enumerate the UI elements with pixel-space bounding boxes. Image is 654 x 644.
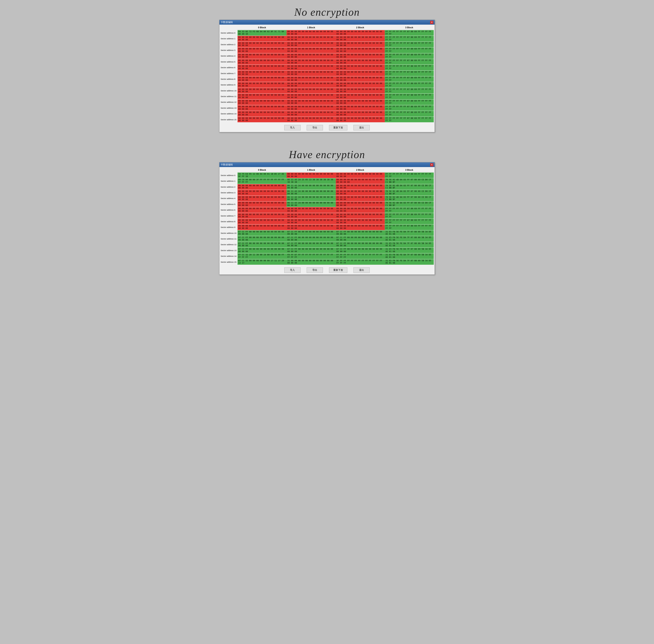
data-cell[interactable]: 00 00 00 00 00 00 00 00 00 00 00 00 00 0… xyxy=(336,225,385,230)
data-cell[interactable]: 00 00 00 00 00 00 00 00 00 00 00 00 00 0… xyxy=(238,42,287,47)
data-cell[interactable]: 00 00 00 00 00 00 00 00 00 00 00 00 00 0… xyxy=(238,184,287,190)
data-cell[interactable]: 00 00 00 00 00 00 00 00 00 00 00 00 00 0… xyxy=(336,30,385,36)
data-cell[interactable]: FF FF FF FF FF FF 07 80 69 FF FF FF FF F… xyxy=(385,172,434,178)
data-cell[interactable]: 00 00 00 00 00 00 00 00 00 00 00 00 00 0… xyxy=(238,82,287,88)
data-cell[interactable]: DA 33 6E 72 F5 08 04 00 02 8F 5C 71 BA 8… xyxy=(238,30,287,36)
data-cell[interactable]: 00 00 00 00 00 00 00 00 00 00 00 00 00 0… xyxy=(238,88,287,93)
data-cell[interactable]: 06 11 43 24 00 00 00 00 00 00 00 00 00 0… xyxy=(287,202,336,207)
data-cell[interactable]: 00 00 00 00 00 00 00 00 00 00 00 00 00 0… xyxy=(287,36,336,41)
data-cell[interactable]: 00 00 00 00 00 00 00 00 00 00 00 00 00 0… xyxy=(238,213,287,218)
data-cell[interactable]: 00 00 00 00 00 00 00 00 00 00 00 00 00 0… xyxy=(336,219,385,224)
data-cell[interactable]: FF FF FF FF FF FF 07 80 69 FF FF FF FF F… xyxy=(385,207,434,213)
data-cell[interactable]: FF FF FF FF FF FF 07 80 69 FF FF FF FF F… xyxy=(385,219,434,224)
data-cell[interactable]: 00 00 00 00 00 00 00 00 00 00 00 00 00 0… xyxy=(336,172,385,178)
data-cell[interactable]: 00 00 00 00 00 00 00 00 00 00 00 00 00 0… xyxy=(336,105,385,111)
resend-button-enc[interactable]: 重新下发 xyxy=(329,267,347,273)
data-cell[interactable]: FF FF FF FF FF FF 07 80 69 FF FF FF FF F… xyxy=(385,105,434,111)
data-cell[interactable]: 00 00 00 00 00 00 00 00 00 00 00 00 00 0… xyxy=(287,111,336,116)
data-cell[interactable]: 00 00 00 00 00 00 00 00 00 00 00 00 00 0… xyxy=(287,42,336,47)
data-cell[interactable]: FF FF FF FF FF FF 07 80 69 FF FF FF FF F… xyxy=(385,53,434,59)
data-cell[interactable]: 00 00 00 00 00 00 00 00 00 00 00 00 00 0… xyxy=(238,105,287,111)
data-cell[interactable]: FF FF FF FF FF FF 07 80 69 FF FF FF FF F… xyxy=(385,225,434,230)
data-cell[interactable]: 00 00 00 00 00 00 00 00 00 00 00 00 00 0… xyxy=(336,190,385,196)
import-button-enc[interactable]: 导入 xyxy=(284,267,300,273)
data-cell[interactable]: 00 00 00 00 00 00 00 00 00 00 00 00 00 0… xyxy=(238,65,287,70)
data-cell[interactable]: 00 00 00 00 00 00 00 00 00 00 00 00 00 0… xyxy=(287,213,336,218)
close-button-no-enc[interactable]: ✕ xyxy=(430,21,433,24)
data-cell[interactable]: 16 75 E4 95 12 08 04 00 01 1B B5 27 AE 9… xyxy=(238,172,287,178)
data-cell[interactable]: 00 00 00 00 00 00 00 00 00 00 00 00 00 0… xyxy=(238,99,287,105)
data-cell[interactable]: 00 00 00 00 00 00 00 00 00 00 00 00 00 0… xyxy=(287,172,336,178)
data-cell[interactable]: 31 E5 F8 5E FE DA 7F 07 88 69 5B 34 D5 A… xyxy=(385,253,434,259)
data-cell[interactable]: 07 CC FF 00 00 00 00 00 00 00 00 00 00 0… xyxy=(238,236,287,242)
data-cell[interactable]: 07 CC FF 00 00 00 00 00 00 00 00 00 00 0… xyxy=(336,242,385,248)
data-cell[interactable]: FD FF 87 FF FF FF FF FF FF FF FF FF FF F… xyxy=(287,253,336,259)
data-cell[interactable]: 00 00 00 00 00 00 00 00 00 00 00 00 00 0… xyxy=(287,94,336,99)
data-cell[interactable]: 00 00 00 00 00 00 00 00 00 00 00 00 00 0… xyxy=(336,65,385,70)
data-cell[interactable]: 00 00 00 00 00 00 00 00 00 00 00 00 00 0… xyxy=(287,59,336,65)
data-cell[interactable]: 31 E5 F8 5E FE DA 7F 07 88 69 5B 34 D5 A… xyxy=(385,248,434,253)
data-cell[interactable]: 07 CC 32 00 00 00 00 00 00 17 11 17 20 1… xyxy=(238,259,287,265)
data-cell[interactable]: 31 00 00 00 00 00 00 00 00 00 00 00 00 0… xyxy=(287,259,336,265)
data-cell[interactable]: 31 E5 F8 5E FE DA 7F 07 88 69 5B 34 D5 A… xyxy=(385,230,434,236)
data-cell[interactable]: 00 00 00 00 00 00 00 00 00 00 00 00 00 0… xyxy=(238,117,287,122)
data-cell[interactable]: 00 00 00 00 00 00 00 00 00 00 00 00 00 0… xyxy=(336,42,385,47)
data-cell[interactable]: 00 00 00 00 00 00 00 00 00 00 00 00 00 0… xyxy=(238,202,287,207)
data-cell[interactable]: FF FF FF FF FF FF 07 80 69 FF FF FF FF F… xyxy=(385,42,434,47)
data-cell[interactable]: FF FF FF FF FF FF 07 80 69 FF FF FF FF F… xyxy=(385,82,434,88)
data-cell[interactable]: 00 00 00 00 00 00 00 00 00 00 00 00 00 0… xyxy=(287,65,336,70)
data-cell[interactable]: 00 00 00 00 00 00 00 00 00 00 00 00 00 0… xyxy=(336,82,385,88)
data-cell[interactable]: FF FF FF FF FF FF 07 80 69 FF FF FF FF F… xyxy=(385,99,434,105)
data-cell[interactable]: 07 CC FF 00 00 00 00 00 00 00 00 00 00 0… xyxy=(336,230,385,236)
data-cell[interactable]: 00 00 00 00 00 00 00 00 00 00 00 00 00 0… xyxy=(238,196,287,201)
data-cell[interactable]: 00 00 00 00 00 00 00 00 00 00 00 00 00 0… xyxy=(287,207,336,213)
data-cell[interactable]: 31 E5 F8 5E FE DA 7F 07 88 69 5B 34 D5 A… xyxy=(385,259,434,265)
data-cell[interactable]: FF FF FF FF FF FF 07 80 69 FF FF FF FF F… xyxy=(385,71,434,76)
data-cell[interactable]: 00 00 00 00 00 00 00 00 00 00 00 00 00 0… xyxy=(238,219,287,224)
data-cell[interactable]: FF FF FF FF FF FF 07 80 69 FF FF FF FF F… xyxy=(385,111,434,116)
data-cell[interactable]: 00 00 00 00 00 00 00 00 00 00 00 00 00 0… xyxy=(287,82,336,88)
data-cell[interactable]: 31 E5 F8 5E FE DA 7F 07 88 69 5B 34 D5 A… xyxy=(385,242,434,248)
resend-button-noenc[interactable]: 重新下发 xyxy=(329,125,347,131)
data-cell[interactable]: FF FF FF FF FF FF 07 80 69 FF FF FF FF F… xyxy=(385,59,434,65)
data-cell[interactable]: 00 00 00 00 00 00 00 00 00 00 00 00 00 0… xyxy=(238,76,287,82)
data-cell[interactable]: FF FF FF FF FF FF 07 80 69 FF FF FF FF F… xyxy=(385,94,434,99)
data-cell[interactable]: 00 00 00 00 00 00 00 00 00 00 00 00 00 0… xyxy=(238,225,287,230)
data-cell[interactable]: 00 00 00 00 00 00 00 00 00 00 00 00 00 0… xyxy=(336,88,385,93)
data-cell[interactable]: 00 00 00 00 00 00 00 00 00 00 00 00 00 0… xyxy=(336,36,385,41)
data-cell[interactable]: 00 00 00 00 00 00 00 00 00 00 00 00 00 0… xyxy=(336,47,385,53)
data-cell[interactable]: 06 11 43 24 25 05 13 38 38 38 38 38 38 3… xyxy=(287,178,336,184)
data-cell[interactable]: 00 00 00 00 00 00 00 00 00 00 00 00 00 0… xyxy=(336,213,385,218)
data-cell[interactable]: FF FF FF FF FF FF 07 80 69 FF FF FF FF F… xyxy=(385,30,434,36)
data-cell[interactable]: 00 00 00 00 00 00 00 00 00 00 00 00 00 0… xyxy=(336,202,385,207)
export-button-noenc[interactable]: 导出 xyxy=(307,125,323,131)
import-button-noenc[interactable]: 导入 xyxy=(284,125,300,131)
data-cell[interactable]: 00 00 00 00 00 00 00 00 00 00 00 00 00 0… xyxy=(287,47,336,53)
data-cell[interactable]: FF FF FF FF FF FF FF FF FF FF FF FF FF F… xyxy=(336,253,385,259)
data-cell[interactable]: 00 00 00 00 00 00 00 00 00 00 00 00 00 0… xyxy=(287,99,336,105)
data-cell[interactable]: 07 CC FF 00 00 00 00 00 00 00 00 00 00 0… xyxy=(238,230,287,236)
data-cell[interactable]: FF FF FF FF FF FF 07 80 69 FF FF FF FF F… xyxy=(385,117,434,122)
data-cell[interactable]: FF FF FF FF FF FF 07 80 69 FF FF FF FF F… xyxy=(385,88,434,93)
data-cell[interactable]: FF FF FF FF FF FF 07 80 69 FF FF FF FF F… xyxy=(385,65,434,70)
data-cell[interactable]: 3F FF FF FF FF FF FF FF FF FF FF FF FF F… xyxy=(336,259,385,265)
data-cell[interactable]: 31 E5 F8 5E FE DA 7F 07 88 69 5B 34 D5 A… xyxy=(385,236,434,242)
data-cell[interactable]: 07 CC FF 00 00 00 00 00 00 00 00 00 00 0… xyxy=(336,236,385,242)
data-cell[interactable]: 06 11 43 24 00 00 00 00 00 00 00 00 00 0… xyxy=(287,190,336,196)
data-cell[interactable]: 07 CC FF 00 00 00 00 00 00 00 00 00 00 0… xyxy=(287,230,336,236)
data-cell[interactable]: 00 00 00 00 00 00 00 00 00 00 00 00 00 0… xyxy=(238,94,287,99)
data-cell[interactable]: 00 00 00 00 00 00 00 00 00 00 00 00 00 0… xyxy=(238,59,287,65)
data-cell[interactable]: 07 CC FF 00 00 00 00 00 00 00 00 00 00 0… xyxy=(287,248,336,253)
data-cell[interactable]: 00 00 00 00 00 00 00 00 00 00 00 00 00 0… xyxy=(238,207,287,213)
data-cell[interactable]: 00 00 00 00 00 00 00 00 00 00 00 00 00 0… xyxy=(238,71,287,76)
data-cell[interactable]: 00 00 00 00 00 00 00 00 00 00 00 00 00 0… xyxy=(287,53,336,59)
data-cell[interactable]: 00 00 00 00 00 00 00 00 00 00 00 00 00 0… xyxy=(336,184,385,190)
data-cell[interactable]: 00 00 00 00 00 00 00 00 00 00 00 00 00 0… xyxy=(287,105,336,111)
data-cell[interactable]: 00 00 00 00 00 00 00 00 00 00 00 00 00 0… xyxy=(238,190,287,196)
data-cell[interactable]: 00 00 00 00 00 00 00 00 00 00 00 00 00 0… xyxy=(238,47,287,53)
data-cell[interactable]: 00 00 00 00 00 00 00 00 00 00 00 00 00 0… xyxy=(287,225,336,230)
close-button-have-enc[interactable]: ✕ xyxy=(430,163,433,166)
data-cell[interactable]: FF FF FF FF FF FF 07 80 69 FF FF FF FF F… xyxy=(385,36,434,41)
data-cell[interactable]: 00 00 00 00 00 00 00 00 00 00 00 00 00 0… xyxy=(336,59,385,65)
data-cell[interactable]: 70 5E 92 4D 6A 83 FF 07 80 69 CE D0 CF C… xyxy=(385,196,434,201)
